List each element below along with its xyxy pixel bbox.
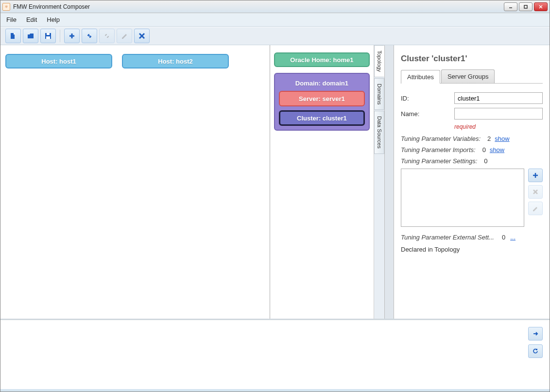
settings-area <box>401 169 543 227</box>
refresh-button[interactable] <box>528 344 543 358</box>
add-setting-button[interactable] <box>528 169 543 182</box>
tpi-show-link[interactable]: show <box>490 146 504 153</box>
domain-box[interactable]: Domain: domain1 Server: server1 Cluster:… <box>274 73 370 131</box>
id-label: ID: <box>401 95 454 102</box>
external-settings-row: Tuning Parameter External Sett... 0 ... <box>401 234 543 241</box>
minimize-button[interactable] <box>504 2 517 11</box>
tab-attributes[interactable]: Attributes <box>401 70 440 84</box>
vtab-topology[interactable]: Topology <box>374 45 384 77</box>
tab-server-groups[interactable]: Server Groups <box>441 69 495 83</box>
save-button[interactable] <box>40 29 56 43</box>
host-box[interactable]: Host: host1 <box>5 54 112 68</box>
svg-rect-1 <box>524 5 527 8</box>
add-button[interactable] <box>64 29 80 43</box>
toolbar <box>0 27 550 45</box>
hosts-pane: Host: host1 Host: host2 <box>0 45 270 319</box>
toolbar-separator <box>60 30 60 42</box>
app-icon: ⚛ <box>2 3 10 11</box>
domain-label: Domain: domain1 <box>279 78 365 91</box>
menu-edit[interactable]: Edit <box>26 16 37 23</box>
menubar: File Edit Help <box>0 13 550 27</box>
tps-count: 0 <box>484 157 487 165</box>
tpv-show-link[interactable]: show <box>495 135 509 142</box>
window-title: FMW Environment Composer <box>13 3 504 10</box>
id-input[interactable] <box>454 92 543 104</box>
settings-buttons <box>528 169 543 227</box>
remove-setting-button <box>528 185 543 199</box>
bottom-pane <box>0 319 550 389</box>
svg-rect-5 <box>14 33 15 34</box>
panel-title: Cluster 'cluster1' <box>401 54 543 64</box>
tpi-label: Tuning Parameter Imports: <box>401 146 476 153</box>
close-button[interactable] <box>534 2 548 11</box>
delete-button[interactable] <box>134 29 150 43</box>
tps-label: Tuning Parameter Settings: <box>401 157 477 165</box>
vtab-datasources[interactable]: Data Sources <box>374 111 384 154</box>
tuning-imports-row: Tuning Parameter Imports: 0 show <box>401 146 543 153</box>
maximize-button[interactable] <box>519 2 533 11</box>
tpv-label: Tuning Parameter Variables: <box>401 135 481 142</box>
open-button[interactable] <box>23 29 38 43</box>
unlink-button <box>99 29 115 43</box>
new-button[interactable] <box>5 29 21 43</box>
tpv-count: 2 <box>487 135 491 142</box>
tuning-variables-row: Tuning Parameter Variables: 2 show <box>401 135 543 142</box>
name-label: Name: <box>401 110 454 118</box>
host-box[interactable]: Host: host2 <box>122 54 229 68</box>
pane-divider[interactable] <box>384 45 394 319</box>
declared-in: Declared in Topology <box>401 246 543 253</box>
window-controls <box>504 2 548 11</box>
host-label: Host: host1 <box>41 58 76 65</box>
bottom-buttons <box>528 327 543 358</box>
vertical-tabs: Topology Domains Data Sources <box>374 45 384 319</box>
svg-rect-7 <box>47 33 50 35</box>
properties-pane: Cluster 'cluster1' Attributes Server Gro… <box>394 45 550 319</box>
id-row: ID: <box>401 92 543 104</box>
name-row: Name: <box>401 108 543 119</box>
edit-button <box>117 29 132 43</box>
main-area: Host: host1 Host: host2 Oracle Home: hom… <box>0 45 550 319</box>
tpi-count: 0 <box>482 146 486 153</box>
panel-tabs: Attributes Server Groups <box>401 69 543 84</box>
topology-pane: Oracle Home: home1 Domain: domain1 Serve… <box>270 45 374 319</box>
required-note: required <box>454 123 543 130</box>
vtab-domains[interactable]: Domains <box>374 78 384 110</box>
svg-rect-8 <box>46 36 50 39</box>
oracle-home-box[interactable]: Oracle Home: home1 <box>274 52 370 67</box>
name-input[interactable] <box>454 108 543 119</box>
oracle-home-label: Oracle Home: home1 <box>290 56 353 64</box>
tpe-count: 0 <box>502 234 505 241</box>
host-label: Host: host2 <box>158 58 193 65</box>
menu-help[interactable]: Help <box>47 16 60 23</box>
run-button[interactable] <box>528 327 543 341</box>
cluster-box[interactable]: Cluster: cluster1 <box>279 110 365 126</box>
settings-listbox[interactable] <box>401 169 524 227</box>
tpe-link[interactable]: ... <box>510 234 516 241</box>
link-button[interactable] <box>82 29 97 43</box>
tuning-settings-row: Tuning Parameter Settings: 0 <box>401 157 543 165</box>
server-label: Server: server1 <box>299 95 345 102</box>
titlebar: ⚛ FMW Environment Composer <box>0 0 550 13</box>
menu-file[interactable]: File <box>6 16 17 23</box>
cluster-label: Cluster: cluster1 <box>297 115 347 122</box>
tpe-label: Tuning Parameter External Sett... <box>401 234 494 241</box>
edit-setting-button <box>528 202 543 215</box>
server-box[interactable]: Server: server1 <box>279 91 365 106</box>
